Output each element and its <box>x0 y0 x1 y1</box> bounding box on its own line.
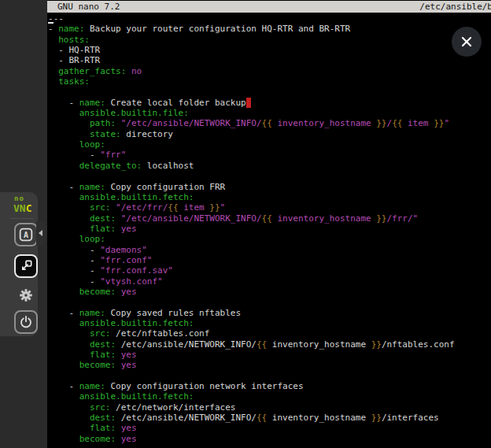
keyboard-icon: A <box>17 226 35 243</box>
code-line: ansible.builtin.fetch: <box>48 391 455 402</box>
code-line: - "vtysh.conf" <box>48 276 455 287</box>
code-line: - BR-RTR <box>48 55 455 65</box>
novnc-logo-top: no <box>14 195 35 202</box>
code-line: - "frr.conf" <box>48 255 455 265</box>
code-line: become: yes <box>48 287 455 297</box>
novnc-logo-main: VNC <box>13 203 35 213</box>
code-line: loop: <box>48 234 455 244</box>
code-line: src: /etc/nftables.conf <box>48 328 455 339</box>
code-line: delegate_to: localhost <box>48 161 455 171</box>
logo-divider <box>10 218 34 219</box>
app-title: GNU nano 7.2 <box>57 1 120 13</box>
code-line: ansible.builtin.fetch: <box>48 192 455 202</box>
power-icon <box>18 314 34 330</box>
code-line: become: yes <box>48 434 455 444</box>
code-line: src: "/etc/frr/{{ item }}" <box>48 202 455 213</box>
vnc-control-bar: no VNC A <box>0 192 38 336</box>
settings-button[interactable] <box>14 283 38 307</box>
code-line <box>48 87 455 97</box>
code-line: src: /etc/network/interfaces <box>48 402 455 413</box>
panel-handle[interactable] <box>36 221 46 246</box>
code-line: - name: Copy saved rules nftables <box>48 308 455 318</box>
code-line: - name: Copy configuration FRR <box>48 182 455 192</box>
code-line: dest: /etc/ansible/NETWORK_INFO/{{ inven… <box>48 413 455 423</box>
code-line: dest: /etc/ansible/NETWORK_INFO/{{ inven… <box>48 339 455 350</box>
power-button[interactable] <box>14 310 38 334</box>
close-button[interactable] <box>452 27 482 57</box>
code-line: tasks: <box>48 76 455 87</box>
code-line: - "daemons" <box>48 245 455 255</box>
code-line: state: directory <box>48 129 455 139</box>
code-line: - HQ-RTR <box>48 45 455 55</box>
code-line: flat: yes <box>48 423 455 433</box>
nano-titlebar: GNU nano 7.2 /etc/ansible/b <box>47 1 491 13</box>
code-line <box>48 171 455 181</box>
code-line: loop: <box>48 139 455 150</box>
code-line: - "frr.conf.sav" <box>48 265 455 276</box>
code-line: - name: Backup your router configuration… <box>48 24 455 34</box>
code-line <box>48 297 455 307</box>
terminal-window[interactable]: GNU nano 7.2 /etc/ansible/b ---- name: B… <box>47 0 491 448</box>
svg-text:A: A <box>24 231 28 239</box>
code-line: dest: "/etc/ansible/NETWORK_INFO/{{ inve… <box>48 213 455 224</box>
fullscreen-button[interactable] <box>14 254 38 278</box>
code-line: path: "/etc/ansible/NETWORK_INFO/{{ inve… <box>48 118 455 128</box>
code-line: - "frr" <box>48 150 455 160</box>
close-icon <box>460 35 474 49</box>
novnc-logo: no VNC <box>13 195 35 213</box>
code-line: gather_facts: no <box>48 66 455 76</box>
code-line: - name: Copy configuration network inter… <box>48 381 455 391</box>
code-line: flat: yes <box>48 350 455 360</box>
fullscreen-icon <box>18 258 34 274</box>
gear-icon <box>17 287 35 304</box>
code-line <box>48 371 455 381</box>
code-line: hosts: <box>48 35 455 45</box>
keyboard-button[interactable]: A <box>14 223 38 246</box>
code-line: ansible.builtin.fetch: <box>48 318 455 328</box>
code-line: --- <box>48 13 455 24</box>
code-line: flat: yes <box>48 224 455 234</box>
code-line: become: yes <box>48 360 455 370</box>
code-line: ansible.builtin.file: <box>48 108 455 118</box>
editor[interactable]: ---- name: Backup your router configurat… <box>48 13 455 444</box>
collapse-arrow-icon <box>39 230 42 236</box>
code-line: - name: Create local folder backup <box>48 98 455 108</box>
file-path: /etc/ansible/b <box>419 1 491 13</box>
